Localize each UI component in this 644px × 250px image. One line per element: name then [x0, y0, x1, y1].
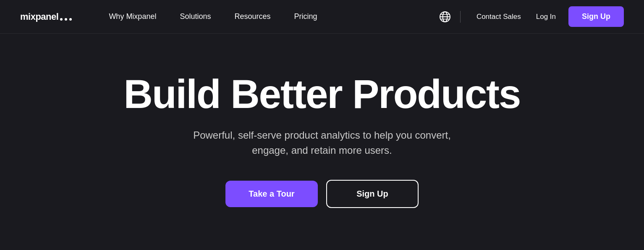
- nav-link-why-mixpanel[interactable]: Why Mixpanel: [97, 12, 168, 21]
- hero-signup-button[interactable]: Sign Up: [326, 180, 419, 208]
- nav-right: Contact Sales Log In Sign Up: [438, 6, 624, 27]
- logo-dots: [60, 18, 72, 21]
- nav-divider: [460, 11, 461, 23]
- nav-links: Why Mixpanel Solutions Resources Pricing: [97, 12, 438, 21]
- nav-contact-sales[interactable]: Contact Sales: [469, 13, 529, 21]
- hero-subtitle: Powerful, self-serve product analytics t…: [188, 128, 456, 158]
- main-nav: mixpanel Why Mixpanel Solutions Resource…: [0, 0, 644, 34]
- nav-link-resources[interactable]: Resources: [223, 12, 282, 21]
- logo-dot-3: [69, 18, 72, 21]
- take-a-tour-button[interactable]: Take a Tour: [225, 181, 318, 207]
- logo-dot-1: [60, 18, 63, 21]
- logo-text: mixpanel: [20, 11, 58, 22]
- hero-section: Build Better Products Powerful, self-ser…: [0, 34, 644, 248]
- nav-signup-button[interactable]: Sign Up: [568, 6, 624, 27]
- globe-icon[interactable]: [438, 10, 452, 24]
- logo[interactable]: mixpanel: [20, 11, 72, 22]
- nav-login[interactable]: Log In: [529, 13, 563, 21]
- hero-title: Build Better Products: [124, 74, 521, 114]
- nav-link-solutions[interactable]: Solutions: [168, 12, 223, 21]
- logo-dot-2: [65, 18, 67, 21]
- nav-link-pricing[interactable]: Pricing: [283, 12, 329, 21]
- hero-buttons: Take a Tour Sign Up: [225, 180, 419, 208]
